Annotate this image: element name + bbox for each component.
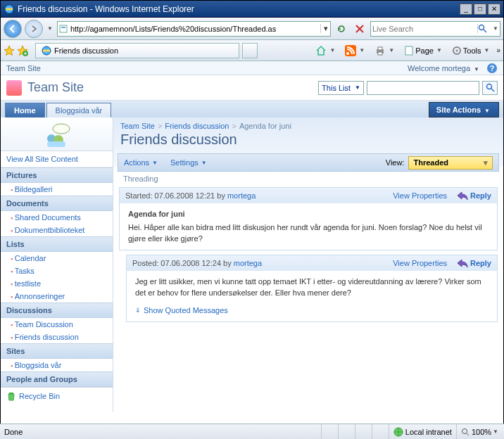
new-tab-button[interactable] [242, 43, 258, 58]
search-provider-dropdown[interactable]: ▼ [491, 25, 500, 32]
post-body: Jeg er litt usikker, men vi kunne tatt o… [127, 271, 497, 322]
url-dropdown[interactable]: ▾ [320, 24, 330, 33]
nav-item[interactable]: Bloggsida vår [1, 359, 113, 371]
reply-button[interactable]: Reply [457, 258, 491, 268]
svg-point-23 [462, 428, 467, 433]
nav-item[interactable]: Shared Documents [1, 211, 113, 224]
threading-label: Threading [123, 174, 493, 183]
search-scope[interactable]: This List▼ [318, 81, 364, 95]
zoom-level[interactable]: 100% ▼ [456, 424, 504, 439]
top-site-link[interactable]: Team Site [6, 64, 41, 72]
quick-launch: View All Site Content PicturesBildegalle… [1, 117, 113, 412]
nav-item[interactable]: Friends discussion [1, 331, 113, 343]
sp-search-input[interactable] [367, 81, 479, 95]
nav-item[interactable]: testliste [1, 277, 113, 290]
add-favorite-icon[interactable] [17, 45, 28, 56]
show-quoted-link[interactable]: ⇓ Show Quoted Messages [135, 305, 489, 316]
nav-heading[interactable]: Discussions [1, 303, 113, 318]
security-zone: Local intranet [389, 424, 456, 439]
actions-menu[interactable]: Actions▼ [124, 158, 158, 167]
nav-item[interactable]: Annonseringer [1, 290, 113, 303]
back-button[interactable] [4, 20, 22, 38]
window-titlebar: Friends discussion - Windows Internet Ex… [1, 1, 503, 18]
help-icon[interactable]: ? [486, 63, 498, 74]
recycle-bin[interactable]: Recycle Bin [1, 387, 113, 405]
svg-rect-20 [47, 141, 65, 147]
sp-top-nav: Home Bloggsida vår Site Actions ▼ [1, 101, 503, 117]
browser-search-input[interactable] [371, 23, 477, 34]
close-button[interactable]: ✕ [488, 4, 500, 15]
toolbar-overflow-icon[interactable]: » [496, 46, 500, 54]
browser-navbar: ▼ ▾ ▼ [1, 18, 503, 40]
reply-button[interactable]: Reply [457, 191, 491, 201]
view-label: View: [386, 158, 405, 167]
nav-heading[interactable]: Lists [1, 236, 113, 252]
svg-point-7 [346, 52, 349, 55]
nav-item[interactable]: Calendar [1, 252, 113, 265]
tab-title: Friends discussion [54, 46, 118, 55]
post-title: Agenda for juni [128, 209, 489, 220]
ie-icon [42, 46, 51, 56]
minimize-button[interactable]: _ [460, 4, 472, 15]
svg-rect-2 [61, 27, 65, 28]
url-input[interactable] [69, 23, 320, 34]
browser-tab[interactable]: Friends discussion [35, 43, 239, 58]
sp-site-header: Team Site This List▼ [1, 75, 503, 101]
sp-global-nav: Team Site Welcome mortega ▼ ? [1, 61, 503, 75]
svg-text:?: ? [490, 64, 495, 72]
user-menu-dropdown[interactable]: ▼ [472, 66, 481, 72]
post-author[interactable]: mortega [234, 259, 262, 267]
favorites-icon[interactable] [4, 45, 15, 56]
nav-history-dropdown[interactable]: ▼ [46, 25, 54, 32]
refresh-button[interactable] [334, 21, 349, 37]
site-title[interactable]: Team Site [27, 80, 84, 95]
svg-rect-9 [378, 47, 382, 50]
svg-rect-1 [60, 25, 67, 32]
tools-menu[interactable]: Tools▼ [449, 44, 494, 57]
list-toolbar: Actions▼ Settings▼ View: Threaded▾ [118, 153, 499, 172]
address-bar[interactable]: ▾ [57, 21, 331, 37]
sp-search-go[interactable] [482, 81, 498, 95]
site-actions-menu[interactable]: Site Actions ▼ [429, 102, 499, 117]
nav-heading[interactable]: Documents [1, 196, 113, 211]
svg-rect-11 [405, 46, 412, 55]
search-go-button[interactable] [477, 24, 491, 33]
breadcrumb-link[interactable]: Team Site [120, 122, 155, 130]
print-button[interactable]: ▼ [372, 44, 398, 58]
nav-heading[interactable]: Pictures [1, 167, 113, 183]
tab-home[interactable]: Home [5, 103, 45, 117]
settings-menu[interactable]: Settings▼ [170, 158, 207, 167]
nav-item[interactable]: Dokumentbiblioteket [1, 224, 113, 236]
feeds-button[interactable]: ▼ [342, 44, 369, 58]
home-button[interactable]: ▼ [313, 44, 339, 58]
view-all-content[interactable]: View All Site Content [1, 151, 113, 167]
post-body: Agenda for juniHei. Håper alle kan bidra… [120, 203, 497, 250]
browser-search-box[interactable]: ▼ [370, 21, 500, 37]
nav-item[interactable]: Tasks [1, 265, 113, 277]
status-text: Done [0, 428, 27, 436]
nav-item[interactable]: Team Discussion [1, 318, 113, 331]
view-selector[interactable]: Threaded▾ [408, 156, 493, 170]
nav-heading[interactable]: Sites [1, 343, 113, 359]
post-author[interactable]: mortega [227, 191, 256, 200]
discussion-post: Started: 07.06.2008 12:21 by mortegaView… [119, 187, 498, 250]
stop-button[interactable] [352, 21, 367, 37]
page-menu[interactable]: Page▼ [401, 44, 446, 57]
forward-button[interactable] [25, 20, 43, 38]
post-meta: Started: 07.06.2008 12:21 by mortega [125, 191, 256, 200]
view-properties-link[interactable]: View Properties [393, 259, 447, 267]
svg-rect-21 [9, 393, 13, 394]
ie-icon [4, 4, 15, 15]
breadcrumb-current: Agenda for juni [239, 122, 291, 130]
maximize-button[interactable]: □ [474, 4, 486, 15]
tab-blog[interactable]: Bloggsida vår [46, 103, 112, 117]
nav-item[interactable]: Bildegalleri [1, 183, 113, 196]
view-properties-link[interactable]: View Properties [393, 191, 447, 200]
svg-point-13 [455, 49, 458, 51]
breadcrumb: Team Site>Friends discussion>Agenda for … [113, 117, 503, 132]
welcome-user[interactable]: Welcome mortega [408, 64, 470, 72]
nav-heading[interactable]: People and Groups [1, 371, 113, 387]
svg-point-16 [486, 84, 491, 89]
breadcrumb-link[interactable]: Friends discussion [165, 122, 229, 130]
status-bar: Done Local intranet 100% ▼ [0, 424, 504, 439]
